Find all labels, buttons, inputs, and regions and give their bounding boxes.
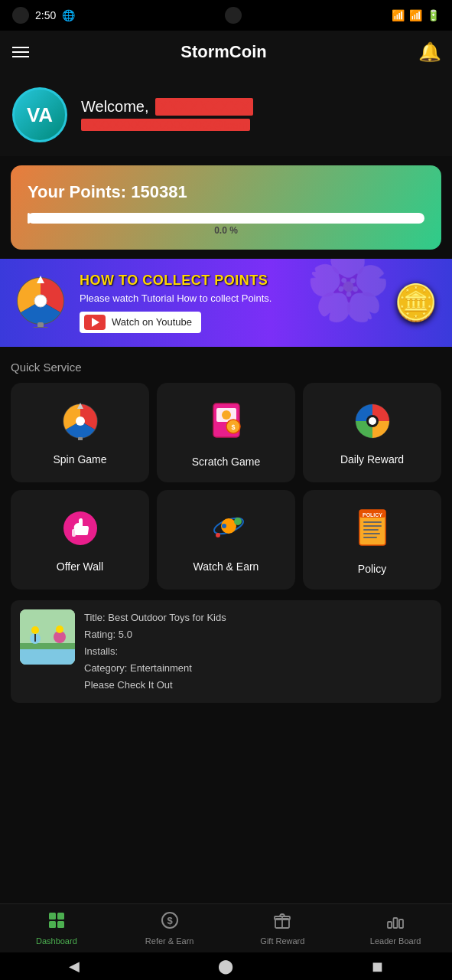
svg-point-37 [31, 626, 39, 634]
watch-earn-label: Watch & Earn [193, 560, 259, 573]
nav-refer-earn[interactable]: $ Refer & Earn [113, 904, 226, 952]
nav-dashboard[interactable]: Dashboard [0, 904, 113, 952]
service-card-policy[interactable]: POLICY Policy [303, 490, 441, 590]
offer-wall-icon [61, 509, 99, 553]
nav-leader-board[interactable]: Leader Board [339, 904, 452, 952]
svg-rect-8 [78, 437, 83, 440]
svg-rect-32 [363, 537, 377, 538]
leader-board-label: Leader Board [370, 936, 421, 946]
nav-gift-reward[interactable]: Gift Reward [226, 904, 340, 952]
home-button[interactable]: ⬤ [218, 958, 233, 975]
battery-icon: 🔋 [427, 9, 440, 21]
svg-text:POLICY: POLICY [362, 512, 382, 518]
svg-rect-44 [57, 921, 64, 928]
svg-rect-19 [72, 529, 76, 537]
svg-point-1 [34, 295, 47, 307]
service-card-scratch-game[interactable]: $ Scratch Game [157, 383, 295, 482]
svg-rect-34 [20, 648, 75, 665]
youtube-button[interactable]: Watch on Youtube [80, 312, 201, 333]
app-bar: StormCoin 🔔 [0, 31, 452, 74]
service-card-watch-earn[interactable]: Watch & Earn [157, 490, 295, 590]
banner: HOW TO COLLECT POINTS Please watch Tutor… [0, 259, 452, 347]
svg-point-23 [234, 518, 242, 525]
refer-earn-label: Refer & Earn [145, 936, 194, 946]
svg-rect-43 [49, 921, 56, 928]
app-category: Category: Entertainment [84, 660, 226, 677]
email-redacted: XXXXXXXXXXXXXXXXXX@team [81, 119, 250, 131]
scratch-game-icon: $ [207, 400, 246, 448]
menu-button[interactable] [12, 47, 29, 57]
notification-bell-icon[interactable]: 🔔 [418, 41, 440, 63]
banner-coins: 🪙 [392, 282, 438, 323]
app-title: StormCoin [180, 42, 266, 62]
app-card[interactable]: Title: Best Outdoor Toys for Kids Rating… [11, 600, 441, 703]
svg-point-12 [222, 410, 231, 420]
refer-earn-icon: $ [161, 911, 179, 934]
user-info: Welcome, XXXXXXXXX XXXXXXXXXXXXXXXXXX@te… [81, 98, 253, 132]
quick-service-section: Quick Service Spin Game [0, 347, 452, 590]
progress-bar [28, 213, 424, 224]
status-circle2 [225, 7, 242, 24]
policy-label: Policy [358, 563, 386, 575]
username-redacted: XXXXXXXXX [155, 98, 253, 116]
progress-fill [28, 213, 30, 224]
svg-rect-28 [363, 521, 382, 523]
app-info: Title: Best Outdoor Toys for Kids Rating… [84, 609, 226, 694]
recents-button[interactable]: ◼ [372, 958, 383, 975]
status-icon: 🌐 [62, 9, 75, 21]
watch-earn-icon [207, 509, 246, 553]
app-rating: Rating: 5.0 [84, 626, 226, 643]
svg-rect-42 [57, 913, 64, 920]
status-time: 2:50 [35, 9, 56, 21]
svg-point-6 [76, 416, 85, 426]
svg-rect-51 [394, 918, 398, 928]
svg-rect-30 [363, 529, 379, 531]
gift-reward-icon [273, 911, 291, 934]
svg-point-22 [222, 524, 226, 528]
daily-reward-label: Daily Reward [340, 453, 404, 466]
banner-text: HOW TO COLLECT POINTS Please watch Tutor… [80, 273, 380, 333]
bottom-nav: Dashboard $ Refer & Earn Gift Reward [0, 903, 452, 952]
offer-wall-label: Offer Wall [57, 560, 103, 573]
back-button[interactable]: ◀ [69, 958, 80, 975]
service-card-spin-game[interactable]: Spin Game [11, 383, 149, 482]
app-thumb-img [20, 609, 75, 665]
avatar: VA [12, 87, 67, 142]
svg-rect-31 [363, 533, 380, 534]
app-thumbnail [20, 609, 75, 665]
svg-rect-35 [20, 643, 75, 649]
policy-icon: POLICY [353, 508, 392, 555]
svg-rect-4 [33, 327, 48, 328]
dashboard-icon [47, 911, 66, 934]
svg-point-24 [216, 533, 220, 537]
welcome-label: Welcome, [81, 98, 149, 116]
points-card: Your Points: 150381 0.0 % [11, 165, 441, 250]
progress-label: 0.0 % [28, 225, 424, 236]
svg-point-40 [56, 626, 63, 633]
gift-reward-label: Gift Reward [260, 936, 304, 946]
svg-rect-52 [399, 920, 403, 928]
spin-game-icon [61, 402, 99, 446]
dashboard-label: Dashboard [36, 936, 77, 946]
wifi-icon: 📶 [392, 9, 405, 21]
svg-text:$: $ [167, 915, 173, 926]
banner-spin-icon [14, 274, 67, 331]
app-title-text: Title: Best Outdoor Toys for Kids [84, 609, 226, 626]
service-card-daily-reward[interactable]: Daily Reward [303, 383, 441, 482]
daily-reward-icon [353, 402, 392, 446]
leader-board-icon [386, 911, 405, 934]
scratch-game-label: Scratch Game [192, 456, 260, 468]
user-section: VA Welcome, XXXXXXXXX XXXXXXXXXXXXXXXXXX… [0, 74, 452, 156]
signal-icon: 📶 [409, 9, 422, 21]
service-card-offer-wall[interactable]: Offer Wall [11, 490, 149, 590]
svg-rect-50 [388, 922, 392, 928]
spin-game-label: Spin Game [53, 453, 106, 466]
points-label: Your Points: 150381 [28, 182, 424, 202]
youtube-label: Watch on Youtube [112, 316, 192, 328]
quick-service-title: Quick Service [11, 361, 441, 374]
service-grid: Spin Game $ Scratch Game [11, 383, 441, 590]
status-circle [12, 7, 29, 24]
svg-rect-3 [37, 322, 44, 328]
youtube-play-icon [84, 315, 106, 330]
app-installs: Installs: [84, 643, 226, 660]
